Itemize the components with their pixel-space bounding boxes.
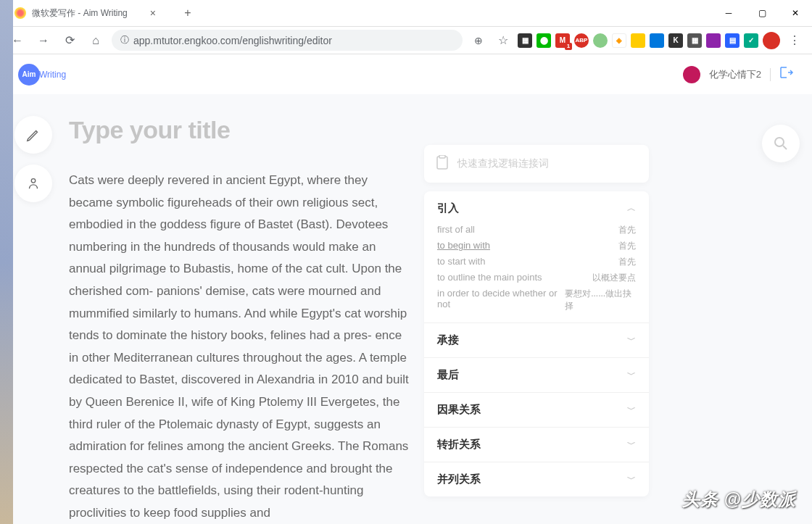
forward-button[interactable]: →: [33, 30, 54, 51]
reload-button[interactable]: ⟳: [59, 30, 80, 51]
chevron-down-icon[interactable]: ﹀: [627, 438, 636, 451]
minimize-button[interactable]: ─: [712, 1, 745, 25]
profile-button[interactable]: [14, 165, 52, 202]
extension-icon[interactable]: [631, 33, 645, 48]
user-name: 化学心情下2: [709, 68, 761, 81]
editor-area[interactable]: Type your title Cats were deeply revered…: [69, 109, 413, 524]
extension-icon[interactable]: ◈: [612, 33, 626, 48]
category-cause-effect[interactable]: 因果关系 ﹀: [424, 392, 649, 427]
extension-icon[interactable]: ⬤: [536, 33, 551, 48]
extension-icon[interactable]: ▦: [518, 33, 532, 48]
category-title: 转折关系: [437, 438, 481, 452]
close-tab-icon[interactable]: ×: [148, 8, 158, 18]
category-continuation[interactable]: 承接 ﹀: [424, 323, 649, 357]
pencil-icon: [25, 127, 41, 143]
maximize-button[interactable]: ▢: [745, 1, 779, 25]
title-input[interactable]: Type your title: [69, 116, 413, 144]
user-avatar[interactable]: [683, 66, 700, 83]
extension-icon[interactable]: [706, 33, 721, 48]
search-floating-button[interactable]: [762, 125, 800, 162]
category-finally[interactable]: 最后 ﹀: [424, 357, 649, 392]
tab-title: 微软爱写作 - Aim Writing: [32, 7, 128, 20]
address-bar[interactable]: ⓘ app.mtutor.engkoo.com/englishwriting/e…: [112, 30, 463, 51]
phrase-item[interactable]: to start with 首先: [437, 256, 636, 268]
browser-tab-strip: 微软爱写作 - Aim Writing × + ─ ▢ ✕: [0, 0, 812, 27]
phrase-item[interactable]: first of all 首先: [437, 224, 636, 236]
category-title: 并列关系: [437, 473, 481, 486]
main-content: Type your title Cats were deeply revered…: [0, 94, 812, 524]
chevron-down-icon[interactable]: ﹀: [627, 404, 636, 416]
watermark: 头条 @少数派: [682, 488, 796, 511]
extension-icon[interactable]: K: [668, 33, 683, 48]
person-icon: [25, 175, 41, 191]
profile-avatar[interactable]: [763, 32, 780, 49]
phrase-categories: 引入 ︿ first of all 首先 to begin with 首先 to…: [424, 191, 649, 496]
new-tab-button[interactable]: +: [178, 3, 198, 23]
logo-icon: Aim: [18, 64, 40, 86]
extensions-area: ⊕ ☆ ▦ ⬤ M ABP ◈ K ▦ ▤ ✓ ⋮: [468, 30, 805, 51]
svg-point-0: [31, 179, 36, 183]
extension-icon[interactable]: ✓: [744, 33, 758, 48]
site-info-icon[interactable]: ⓘ: [120, 34, 129, 46]
category-title: 引入: [437, 201, 459, 215]
body-text[interactable]: Cats were deeply revered in ancient Egyp…: [69, 170, 413, 524]
extension-icon[interactable]: ▤: [725, 33, 740, 48]
phrase-item[interactable]: to begin with 首先: [437, 240, 636, 252]
extension-icon[interactable]: M: [555, 33, 570, 48]
chrome-menu-icon[interactable]: ⋮: [784, 33, 805, 47]
svg-point-1: [775, 138, 784, 146]
divider: [770, 68, 771, 81]
category-title: 最后: [437, 368, 459, 382]
category-transition[interactable]: 转折关系 ﹀: [424, 427, 649, 462]
category-title: 因果关系: [437, 403, 481, 417]
extension-icon[interactable]: [593, 33, 608, 48]
category-parallel[interactable]: 并列关系 ﹀: [424, 462, 649, 496]
extension-icon[interactable]: ▦: [687, 33, 702, 48]
chevron-down-icon[interactable]: ﹀: [627, 473, 636, 486]
translate-icon[interactable]: ⊕: [468, 30, 489, 51]
app-logo[interactable]: Aim Writing: [18, 64, 66, 86]
favicon: [14, 7, 26, 19]
home-button[interactable]: ⌂: [86, 30, 106, 51]
browser-tab[interactable]: 微软爱写作 - Aim Writing ×: [6, 0, 167, 26]
browser-toolbar: ← → ⟳ ⌂ ⓘ app.mtutor.engkoo.com/englishw…: [0, 27, 812, 54]
desktop-edge: [0, 0, 13, 524]
clipboard-icon: [436, 155, 449, 172]
phrase-search-box[interactable]: 快速查找逻辑连接词: [424, 145, 649, 183]
search-icon: [772, 135, 790, 152]
app-header: Aim Writing 化学心情下2: [0, 54, 812, 94]
left-sidebar: [14, 109, 58, 524]
chevron-up-icon[interactable]: ︿: [627, 202, 636, 215]
logo-text: Writing: [39, 70, 66, 80]
category-title: 承接: [437, 333, 459, 347]
phrase-list: first of all 首先 to begin with 首先 to star…: [437, 224, 636, 312]
category-intro[interactable]: 引入 ︿ first of all 首先 to begin with 首先 to…: [424, 191, 649, 323]
phrase-item[interactable]: to outline the main points 以概述要点: [437, 272, 636, 284]
phrase-search-placeholder: 快速查找逻辑连接词: [457, 157, 549, 170]
extension-icon[interactable]: [650, 33, 664, 48]
exit-icon[interactable]: [779, 66, 794, 83]
extension-icon[interactable]: ABP: [574, 33, 589, 48]
bookmark-star-icon[interactable]: ☆: [493, 30, 513, 51]
close-window-button[interactable]: ✕: [779, 1, 812, 25]
right-panel: 快速查找逻辑连接词 引入 ︿ first of all 首先 to begin …: [424, 109, 649, 524]
url-text: app.mtutor.engkoo.com/englishwriting/edi…: [133, 35, 332, 46]
chevron-down-icon[interactable]: ﹀: [627, 334, 636, 346]
svg-rect-3: [439, 155, 445, 158]
chevron-down-icon[interactable]: ﹀: [627, 369, 636, 381]
edit-button[interactable]: [14, 116, 52, 154]
phrase-item[interactable]: in order to decide whether or not 要想对...…: [437, 288, 636, 312]
